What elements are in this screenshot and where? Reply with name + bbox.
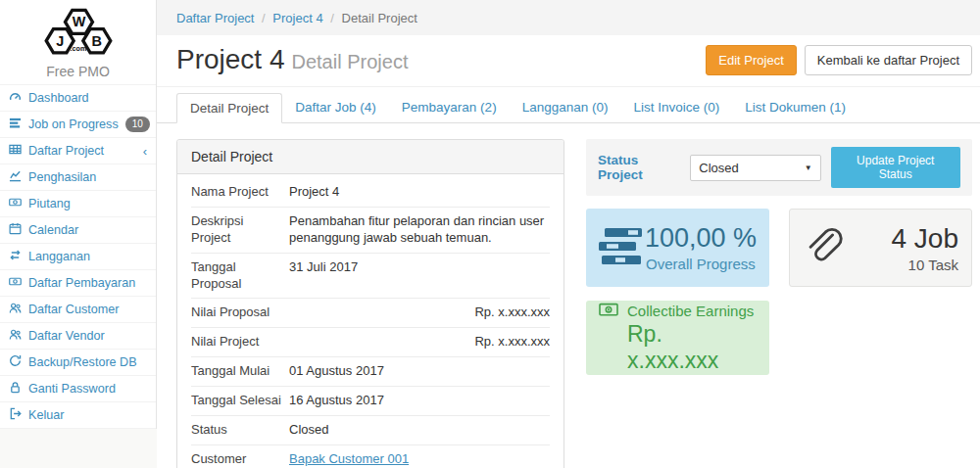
breadcrumb-current: Detail Project xyxy=(342,11,417,25)
sidebar-item-label: Penghasilan xyxy=(28,170,96,184)
back-to-list-button[interactable]: Kembali ke daftar Project xyxy=(805,45,972,75)
sidebar-item-label: Backup/Restore DB xyxy=(28,355,137,369)
tasks-icon xyxy=(9,117,22,132)
signout-icon xyxy=(9,407,22,423)
chevron-down-icon: ▼ xyxy=(805,164,812,172)
sidebar: W J B .com Free PMO Dashboard Job on Pro… xyxy=(0,0,157,429)
progress-text: 100,00 % Overall Progress xyxy=(645,223,757,272)
sidebar-item-piutang[interactable]: Piutang xyxy=(0,190,156,216)
breadcrumb-separator: / xyxy=(258,11,270,25)
sidebar-item-label: Daftar Customer xyxy=(28,303,119,316)
row-label: Nilai Project xyxy=(191,334,289,351)
money-bill-icon xyxy=(599,303,618,320)
sidebar-item-backup-restore[interactable]: Backup/Restore DB xyxy=(0,349,156,375)
row-label: Tanggal Proposal xyxy=(191,259,289,293)
tab-pembayaran[interactable]: Pembayaran (2) xyxy=(389,93,510,123)
tab-daftar-job[interactable]: Daftar Job (4) xyxy=(282,93,389,123)
table-row: Nilai Project Rp. x.xxx.xxx xyxy=(191,328,550,357)
sidebar-item-label: Calendar xyxy=(28,223,78,237)
customer-link[interactable]: Bapak Customer 001 xyxy=(289,451,409,466)
header-buttons: Edit Project Kembali ke daftar Project xyxy=(706,45,972,75)
sidebar-item-daftar-pembayaran[interactable]: Daftar Pembayaran xyxy=(0,269,156,296)
job-count-badge: 10 xyxy=(125,117,150,132)
row-value: 01 Agustus 2017 xyxy=(289,363,550,380)
detail-project-panel: Detail Project Nama Project Project 4 De… xyxy=(176,139,564,468)
tab-list-invoice[interactable]: List Invoice (0) xyxy=(620,93,732,123)
job-count-box: 4 Job 10 Task xyxy=(789,209,972,287)
earnings-value: Rp. x.xxx.xxx xyxy=(627,321,757,374)
chart-line-icon xyxy=(9,169,22,185)
panel-body: Nama Project Project 4 Deskripsi Project… xyxy=(177,174,564,468)
brand-name: Free PMO xyxy=(0,64,156,79)
tab-content: Detail Project Nama Project Project 4 De… xyxy=(157,123,980,468)
row-value: Penambahan fitur pelaporan dan rincian u… xyxy=(289,213,550,247)
table-row: Tanggal Mulai 01 Agustus 2017 xyxy=(191,357,550,387)
logo-letter-j: J xyxy=(56,33,64,49)
stat-boxes: 100,00 % Overall Progress 4 Job 10 T xyxy=(586,209,972,287)
row-label: Nilai Proposal xyxy=(191,304,289,321)
row-value: 16 Agustus 2017 xyxy=(289,393,550,409)
logo-dotcom-text: .com xyxy=(70,44,86,53)
status-select[interactable]: Closed ▼ xyxy=(690,155,820,181)
sidebar-item-job-on-progress[interactable]: Job on Progress 10 xyxy=(0,111,156,137)
breadcrumb-project-4[interactable]: Project 4 xyxy=(272,11,322,25)
money-icon xyxy=(9,275,22,291)
sidebar-item-label: Ganti Password xyxy=(28,382,116,396)
tab-list-dokumen[interactable]: List Dokumen (1) xyxy=(732,93,858,123)
overall-progress-box: 100,00 % Overall Progress xyxy=(586,209,769,287)
sidebar-item-dashboard[interactable]: Dashboard xyxy=(0,84,156,111)
main-content: Daftar Project / Project 4 / Detail Proj… xyxy=(157,0,980,468)
status-select-value: Closed xyxy=(699,161,738,175)
collectible-earnings-box: Collectibe Earnings Rp. x.xxx.xxx xyxy=(586,301,769,375)
row-label: Deskripsi Project xyxy=(191,213,289,247)
edit-project-button[interactable]: Edit Project xyxy=(706,45,796,75)
tab-detail-project[interactable]: Detail Project xyxy=(176,93,282,123)
sidebar-item-daftar-customer[interactable]: Daftar Customer xyxy=(0,296,156,322)
gauge-icon xyxy=(9,90,22,106)
task-count-label: 10 Task xyxy=(892,257,959,273)
detail-column: Detail Project Nama Project Project 4 De… xyxy=(176,139,564,468)
sidebar-item-ganti-password[interactable]: Ganti Password xyxy=(0,375,156,401)
row-label: Tanggal Selesai xyxy=(191,393,289,409)
table-icon xyxy=(9,143,22,159)
sidebar-item-daftar-vendor[interactable]: Daftar Vendor xyxy=(0,322,156,349)
page-title: Project 4 xyxy=(176,44,285,74)
logo-letter-b: B xyxy=(91,33,101,49)
sidebar-item-label: Job on Progress xyxy=(28,117,119,131)
sidebar-item-daftar-project[interactable]: Daftar Project ‹ xyxy=(0,137,156,164)
earnings-header: Collectibe Earnings xyxy=(599,303,757,320)
row-label: Status xyxy=(191,422,289,439)
sidebar-item-keluar[interactable]: Keluar xyxy=(0,401,156,429)
sidebar-item-label: Daftar Vendor xyxy=(28,329,105,343)
breadcrumb-daftar-project[interactable]: Daftar Project xyxy=(176,11,254,25)
row-label: Tanggal Mulai xyxy=(191,363,289,380)
sidebar-item-langganan[interactable]: Langganan xyxy=(0,243,156,269)
lock-icon xyxy=(9,381,22,397)
tab-langganan[interactable]: Langganan (0) xyxy=(510,93,621,123)
sidebar-item-calendar[interactable]: Calendar xyxy=(0,216,156,243)
row-value: Bapak Customer 001 xyxy=(289,451,550,468)
update-status-button[interactable]: Update Project Status xyxy=(831,147,960,188)
users-icon xyxy=(9,302,22,317)
users-icon xyxy=(9,328,22,344)
page-header: Project 4Detail Project Edit Project Kem… xyxy=(157,35,980,87)
status-column: Status Project Closed ▼ Update Project S… xyxy=(586,139,972,468)
progress-label: Overall Progress xyxy=(645,256,757,272)
earnings-label: Collectibe Earnings xyxy=(627,303,754,319)
sidebar-item-label: Keluar xyxy=(28,408,64,422)
table-row: Tanggal Selesai 16 Agustus 2017 xyxy=(191,387,550,416)
table-row: Nama Project Project 4 xyxy=(191,178,550,208)
row-value: Project 4 xyxy=(289,184,550,201)
tab-bar: Detail Project Daftar Job (4) Pembayaran… xyxy=(157,87,980,123)
table-row: Deskripsi Project Penambahan fitur pelap… xyxy=(191,208,550,254)
job-value: 4 Job xyxy=(892,223,959,255)
progress-value: 100,00 % xyxy=(645,223,757,254)
sidebar-item-label: Daftar Project xyxy=(28,144,104,158)
logo-letter-w: W xyxy=(72,14,85,29)
calendar-icon xyxy=(9,222,22,238)
chevron-left-icon: ‹ xyxy=(143,144,147,159)
page-subtitle: Detail Project xyxy=(292,51,409,72)
sidebar-item-label: Langganan xyxy=(28,250,90,263)
tasks-progress-icon xyxy=(599,228,644,267)
sidebar-item-penghasilan[interactable]: Penghasilan xyxy=(0,164,156,190)
